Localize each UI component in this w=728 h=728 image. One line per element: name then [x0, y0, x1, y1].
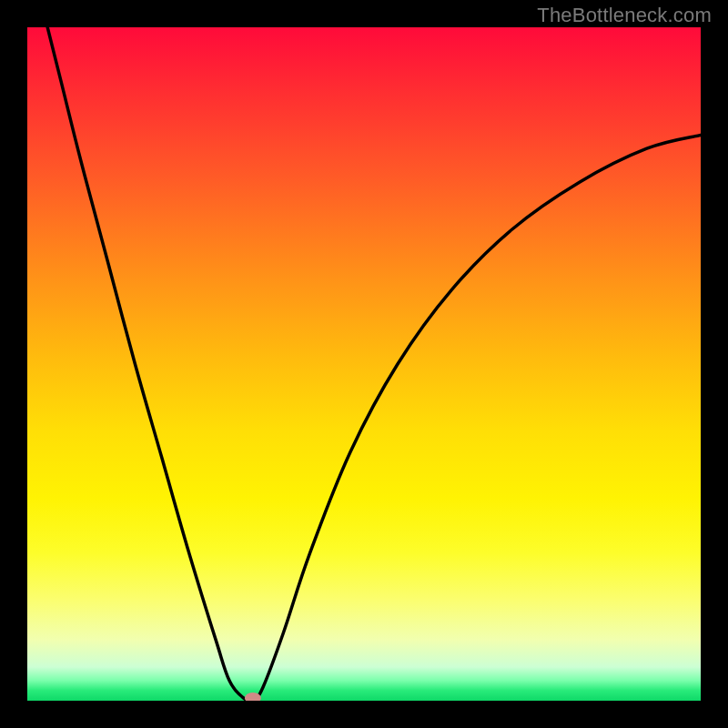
chart-svg: [27, 27, 701, 701]
attribution-label: TheBottleneck.com: [537, 4, 712, 27]
chart-frame: TheBottleneck.com: [0, 0, 728, 728]
bottleneck-curve: [47, 27, 701, 701]
chart-plot-area: [27, 27, 701, 701]
